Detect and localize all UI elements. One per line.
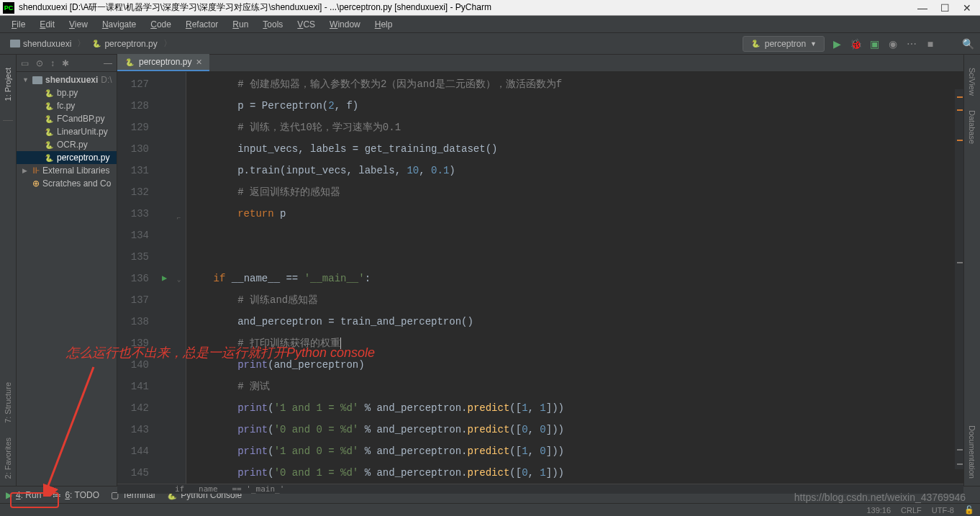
status-bar: 139:16 CRLF UTF-8 🔓	[0, 503, 980, 516]
tree-file-perceptron-py[interactable]: 🐍perceptron.py	[17, 151, 117, 164]
bottom-tool-todo[interactable]: ≔ 6: TODO	[53, 490, 99, 500]
menu-help[interactable]: Help	[369, 18, 399, 31]
folder-icon	[10, 40, 20, 47]
tree-file-bp-py[interactable]: 🐍bp.py	[17, 86, 117, 99]
tree-scratches-and-co[interactable]: ⊕Scratches and Co	[17, 177, 117, 190]
tree-file-LinearUnit-py[interactable]: 🐍LinearUnit.py	[17, 125, 117, 138]
file-encoding[interactable]: UTF-8	[932, 506, 954, 515]
close-button[interactable]: ✕	[963, 2, 971, 14]
tool-tab-database[interactable]: Database	[966, 103, 978, 151]
run-coverage-button[interactable]: ▣	[868, 37, 881, 50]
code-editor[interactable]: 1271281291301311321331341351361371381391…	[117, 72, 963, 484]
fold-start-icon[interactable]: ⌄	[177, 269, 181, 291]
code-breadcrumb-label: if __name__ == '_main_'	[175, 484, 284, 494]
hide-button[interactable]: —	[104, 58, 112, 68]
menu-code[interactable]: Code	[145, 18, 177, 31]
right-tool-stripe: SciView Database Documentation	[963, 55, 980, 486]
minimize-button[interactable]: —	[917, 2, 927, 14]
python-file-icon: 🐍	[44, 153, 54, 163]
editor-area: 🐍 perceptron.py ✕ 1271281291301311321331…	[117, 55, 963, 486]
python-file-icon: 🐍	[44, 88, 54, 98]
breadcrumb-separator: 〉	[77, 37, 86, 50]
menu-tools[interactable]: Tools	[257, 18, 289, 31]
fold-gutter: ⌐ ⌄	[176, 72, 186, 484]
breadcrumb-file[interactable]: 🐍 perceptron.py	[87, 37, 161, 50]
left-tool-stripe: 1: Project 7: Structure 2: Favorites	[0, 55, 17, 486]
editor-tab-label: perceptron.py	[139, 57, 191, 67]
gutter-marks: ▶	[159, 72, 176, 484]
python-file-icon: 🐍	[44, 101, 54, 111]
maximize-button[interactable]: ☐	[940, 2, 950, 14]
list-icon: ≔	[53, 490, 61, 500]
caret-position[interactable]: 139:16	[866, 506, 891, 515]
tool-tab-documentation[interactable]: Documentation	[966, 418, 978, 486]
window-title: shenduxuexi [D:\A研一课程\机器学习\深度学习\深度学习对应练习…	[19, 1, 917, 14]
tree-file-FCandBP-py[interactable]: 🐍FCandBP.py	[17, 112, 117, 125]
run-configuration-selector[interactable]: 🐍 perceptron ▼	[743, 36, 825, 52]
python-file-icon: 🐍	[44, 140, 54, 150]
menu-window[interactable]: Window	[324, 18, 366, 31]
project-tree: ▼shenduxuexi D:\🐍bp.py🐍fc.py🐍FCandBP.py🐍…	[17, 72, 117, 486]
menu-run[interactable]: Run	[227, 18, 254, 31]
tool-tab-favorites[interactable]: 2: Favorites	[2, 430, 14, 486]
target-icon[interactable]: ⊙	[36, 58, 43, 68]
menu-view[interactable]: View	[63, 18, 94, 31]
project-panel-header: ▭ ⊙ ↕ ✱ —	[17, 55, 117, 72]
tree-file-fc-py[interactable]: 🐍fc.py	[17, 99, 117, 112]
project-view-icon[interactable]: ▭	[21, 58, 29, 68]
chevron-down-icon: ▼	[810, 40, 817, 47]
tool-tab-project[interactable]: 1: Project	[2, 60, 14, 108]
breadcrumb-project[interactable]: shenduxuexi	[6, 37, 76, 50]
line-number-gutter: 1271281291301311321331341351361371381391…	[117, 72, 159, 484]
menu-refactor[interactable]: Refactor	[180, 18, 224, 31]
menu-vcs[interactable]: VCS	[291, 18, 321, 31]
breadcrumb: shenduxuexi 〉 🐍 perceptron.py 〉	[6, 37, 743, 50]
stop-button[interactable]: ■	[924, 37, 937, 50]
close-tab-icon[interactable]: ✕	[196, 58, 202, 67]
profile-button[interactable]: ◉	[886, 37, 899, 50]
run-line-marker-icon[interactable]: ▶	[162, 268, 167, 289]
run-button[interactable]: ▶	[830, 37, 843, 50]
tree-file-OCR-py[interactable]: 🐍OCR.py	[17, 138, 117, 151]
editor-tab-bar: 🐍 perceptron.py ✕	[117, 55, 963, 72]
tree-root[interactable]: ▼shenduxuexi D:\	[17, 73, 117, 86]
gear-icon[interactable]: ✱	[62, 58, 69, 68]
python-file-icon: 🐍	[44, 114, 54, 124]
readonly-lock-icon[interactable]: 🔓	[964, 505, 974, 515]
tool-tab-sciview[interactable]: SciView	[966, 60, 978, 103]
breadcrumb-separator: 〉	[163, 37, 172, 50]
menu-bar: FileEditViewNavigateCodeRefactorRunTools…	[0, 16, 980, 33]
project-tool-window: ▭ ⊙ ↕ ✱ — ▼shenduxuexi D:\🐍bp.py🐍fc.py🐍F…	[17, 55, 117, 486]
fold-end-icon[interactable]: ⌐	[177, 207, 181, 229]
search-everywhere-button[interactable]: 🔍	[961, 37, 974, 50]
python-file-icon: 🐍	[91, 39, 101, 49]
bottom-tool-run[interactable]: ▶ 4: Run	[6, 490, 41, 500]
navigation-bar: shenduxuexi 〉 🐍 perceptron.py 〉 🐍 percep…	[0, 33, 980, 55]
tree-external-libraries[interactable]: ▶⊪External Libraries	[17, 164, 117, 177]
menu-navigate[interactable]: Navigate	[96, 18, 142, 31]
menu-edit[interactable]: Edit	[34, 18, 60, 31]
debug-button[interactable]: 🐞	[849, 37, 862, 50]
update-running-button[interactable]	[943, 37, 956, 50]
breadcrumb-project-label: shenduxuexi	[23, 39, 71, 49]
python-file-icon: 🐍	[44, 127, 54, 137]
code-content[interactable]: # 创建感知器，输入参数个数为2（因为and是二元函数），激活函数为f p = …	[186, 72, 963, 484]
python-file-icon: 🐍	[124, 57, 135, 67]
error-stripe	[955, 89, 963, 469]
editor-tab-perceptron[interactable]: 🐍 perceptron.py ✕	[117, 54, 209, 71]
folder-icon	[32, 76, 42, 84]
pycharm-icon: PC	[3, 2, 14, 14]
code-breadcrumb[interactable]: if __name__ == '_main_'	[117, 484, 963, 494]
play-icon: ▶	[6, 490, 12, 500]
expand-icon[interactable]: ↕	[50, 58, 55, 68]
breadcrumb-file-label: perceptron.py	[104, 39, 157, 49]
run-config-label: perceptron	[765, 39, 806, 49]
title-bar: PC shenduxuexi [D:\A研一课程\机器学习\深度学习\深度学习对…	[0, 0, 980, 16]
concurrency-button[interactable]: ⋯	[905, 37, 918, 50]
tool-tab-structure[interactable]: 7: Structure	[2, 375, 14, 430]
line-separator[interactable]: CRLF	[901, 506, 922, 515]
python-icon: 🐍	[750, 39, 761, 49]
menu-file[interactable]: File	[6, 18, 31, 31]
